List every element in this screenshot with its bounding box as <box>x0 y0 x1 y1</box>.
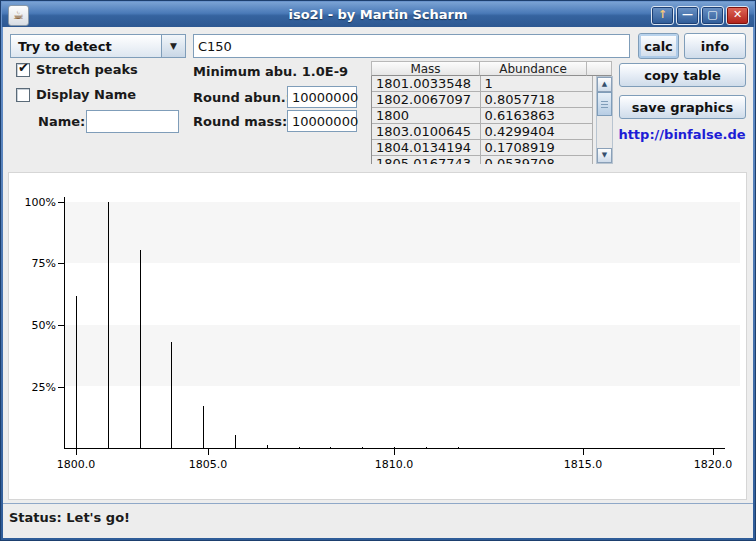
table-row[interactable]: 1803.01006450.4299404 <box>372 124 593 140</box>
spectrum-peak <box>140 250 141 448</box>
y-tick-label: 100% <box>16 196 56 209</box>
x-tick-label: 1805.0 <box>186 458 230 471</box>
cell-abundance[interactable]: 1 <box>481 76 593 92</box>
spectrum-peak <box>426 447 427 448</box>
window-controls: ↑ — ▢ ✕ <box>651 6 749 25</box>
cell-abundance[interactable]: 0.4299404 <box>481 124 593 140</box>
spectrum-peak <box>267 445 268 448</box>
main-panel: Try to detect ▼ C150 calc info ✔ Stretch… <box>3 27 753 538</box>
x-tick <box>583 449 584 455</box>
table-row[interactable]: 18000.6163863 <box>372 108 593 124</box>
info-button[interactable]: info <box>684 33 746 59</box>
status-text: Status: Let's go! <box>9 510 130 525</box>
name-input[interactable] <box>86 110 179 133</box>
table-row[interactable]: 1801.00335481 <box>372 76 593 92</box>
spectrum-peak <box>458 447 459 448</box>
table-scrollbar[interactable]: ▲ ▼ <box>596 76 613 164</box>
x-tick <box>394 449 395 455</box>
grid-band <box>64 325 740 386</box>
window-title: iso2l - by Martin Scharm <box>2 7 754 22</box>
cell-mass[interactable]: 1801.0033548 <box>372 76 481 92</box>
formula-value: C150 <box>198 39 232 54</box>
checkbox-box[interactable]: ✔ <box>16 63 30 77</box>
window-frame: ☕ iso2l - by Martin Scharm ↑ — ▢ ✕ Try t… <box>0 0 756 541</box>
maximize-icon[interactable]: ▢ <box>701 6 724 25</box>
cell-abundance[interactable]: 0.6163863 <box>481 108 593 124</box>
spectrum-peak <box>299 447 300 448</box>
y-tick <box>58 387 64 388</box>
round-mass-input[interactable]: 10000000 <box>287 110 357 132</box>
table-row[interactable]: 1804.01341940.1708919 <box>372 140 593 156</box>
y-tick <box>58 263 64 264</box>
spectrum-peak <box>108 202 109 448</box>
cell-mass[interactable]: 1800 <box>372 108 481 124</box>
minimum-abu-label: Minimum abu. 1.0E-9 <box>193 64 348 79</box>
stretch-peaks-checkbox[interactable]: ✔ Stretch peaks <box>16 62 138 77</box>
chevron-down-icon[interactable]: ▼ <box>161 35 185 57</box>
scrollbar-thumb[interactable] <box>597 92 612 116</box>
display-name-label: Display Name <box>36 87 136 102</box>
copy-table-button[interactable]: copy table <box>619 63 746 87</box>
cell-mass[interactable]: 1803.0100645 <box>372 124 481 140</box>
formula-input[interactable]: C150 <box>193 34 630 58</box>
cell-mass[interactable]: 1805.0167743 <box>372 156 481 164</box>
stretch-peaks-label: Stretch peaks <box>36 62 138 77</box>
round-abun-value: 10000000 <box>292 90 358 105</box>
column-header-mass[interactable]: Mass <box>371 61 480 76</box>
table-row[interactable]: 1802.00670970.8057718 <box>372 92 593 108</box>
isotope-table: Mass Abundance 1801.003354811802.0067097… <box>371 61 613 164</box>
grid-band <box>64 202 740 263</box>
y-tick-label: 50% <box>16 319 56 332</box>
spectrum-peak <box>330 447 331 448</box>
calc-button[interactable]: calc <box>638 33 679 59</box>
check-icon: ✔ <box>18 60 29 75</box>
x-tick <box>713 449 714 455</box>
table-body[interactable]: 1801.003354811802.00670970.805771818000.… <box>371 76 593 164</box>
x-tick-label: 1820.0 <box>691 458 735 471</box>
table-row[interactable]: 1805.01677430.0539708 <box>372 156 593 164</box>
spectrum-peak <box>362 447 363 448</box>
spectrum-peak <box>394 447 395 448</box>
save-graphics-button[interactable]: save graphics <box>619 95 746 119</box>
y-tick-label: 25% <box>16 381 56 394</box>
restore-arrow-icon[interactable]: ↑ <box>651 6 674 25</box>
x-tick-label: 1815.0 <box>561 458 605 471</box>
checkbox-box[interactable] <box>16 88 30 102</box>
table-header: Mass Abundance <box>371 61 613 76</box>
detect-mode-value: Try to detect <box>11 35 161 57</box>
y-tick-label: 75% <box>16 257 56 270</box>
spectrum-chart: 100%75%50%25%1800.01805.01810.01815.0182… <box>8 172 747 500</box>
x-tick <box>208 449 209 455</box>
x-tick-label: 1800.0 <box>54 458 98 471</box>
column-header-spacer <box>586 61 612 76</box>
cell-abundance[interactable]: 0.1708919 <box>481 140 593 156</box>
minimize-icon[interactable]: — <box>676 6 699 25</box>
detect-mode-combobox[interactable]: Try to detect ▼ <box>10 34 186 58</box>
spectrum-peak <box>171 342 172 448</box>
title-bar[interactable]: ☕ iso2l - by Martin Scharm ↑ — ▢ ✕ <box>2 2 754 27</box>
cell-mass[interactable]: 1804.0134194 <box>372 140 481 156</box>
cell-abundance[interactable]: 0.0539708 <box>481 156 593 164</box>
y-axis-line <box>64 197 65 449</box>
y-tick <box>58 202 64 203</box>
close-icon[interactable]: ✕ <box>726 6 749 25</box>
scroll-up-icon[interactable]: ▲ <box>597 77 612 92</box>
cell-abundance[interactable]: 0.8057718 <box>481 92 593 108</box>
scroll-down-icon[interactable]: ▼ <box>597 148 612 163</box>
column-header-abundance[interactable]: Abundance <box>479 61 587 76</box>
spectrum-peak <box>203 406 204 448</box>
spectrum-peak <box>235 435 236 448</box>
x-tick <box>76 449 77 455</box>
binfalse-link[interactable]: http://binfalse.de <box>615 127 749 142</box>
name-label: Name: <box>38 114 85 129</box>
cell-mass[interactable]: 1802.0067097 <box>372 92 481 108</box>
y-tick <box>58 325 64 326</box>
display-name-checkbox[interactable]: Display Name <box>16 87 136 102</box>
spectrum-peak <box>76 296 77 448</box>
round-mass-value: 10000000 <box>292 114 358 129</box>
round-abun-input[interactable]: 10000000 <box>287 86 357 108</box>
x-tick-label: 1810.0 <box>372 458 416 471</box>
round-mass-label: Round mass: <box>193 114 287 129</box>
status-separator <box>3 503 753 504</box>
round-abun-label: Round abun.: <box>193 90 291 105</box>
